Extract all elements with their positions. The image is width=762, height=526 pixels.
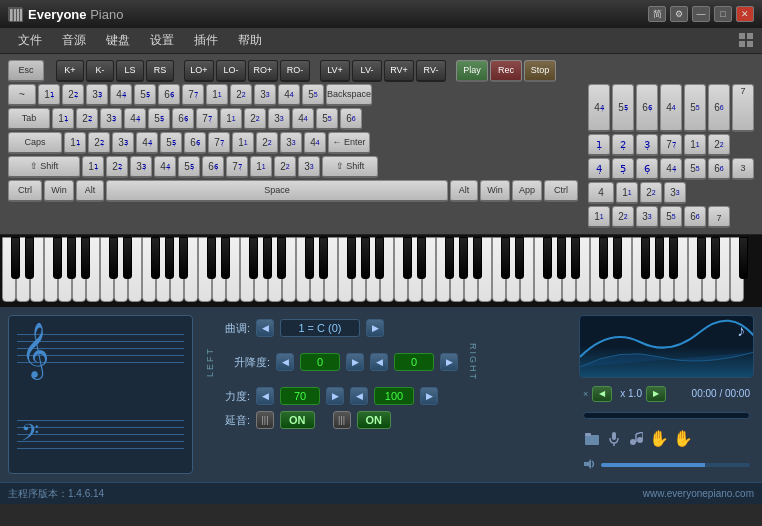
piano-black-key[interactable] xyxy=(81,237,90,279)
np-5b[interactable]: 55 xyxy=(684,84,706,132)
piano-black-key[interactable] xyxy=(109,237,118,279)
key-slash[interactable]: 33 xyxy=(298,156,320,178)
key-9[interactable]: 22 xyxy=(230,84,252,106)
menu-settings[interactable]: 设置 xyxy=(140,28,184,53)
key-f[interactable]: 44̣ xyxy=(136,132,158,154)
np-2b[interactable]: 22 xyxy=(708,134,730,156)
piano-black-key[interactable] xyxy=(347,237,356,279)
np-5c[interactable]: 5̣ xyxy=(612,158,634,180)
key-kplus[interactable]: K+ xyxy=(56,60,84,82)
np-3a[interactable]: 3̣ xyxy=(636,134,658,156)
vel-r-dec-btn[interactable]: ◀ xyxy=(350,387,368,405)
piano-black-key[interactable] xyxy=(641,237,650,279)
key-2[interactable]: 22̣ xyxy=(62,84,84,106)
sustain-l-on-btn[interactable]: ON xyxy=(280,411,315,429)
np-2c[interactable]: 22 xyxy=(640,182,662,204)
np-1c[interactable]: 11 xyxy=(616,182,638,204)
piano-black-key[interactable] xyxy=(445,237,454,279)
key-rbracket[interactable]: 55 xyxy=(316,108,338,130)
np-6c[interactable]: 6̣ xyxy=(636,158,658,180)
pitch-r-inc-btn[interactable]: ▶ xyxy=(440,353,458,371)
piano-black-key[interactable] xyxy=(599,237,608,279)
key-j[interactable]: 77̣ xyxy=(208,132,230,154)
piano-black-key[interactable] xyxy=(249,237,258,279)
piano-black-key[interactable] xyxy=(319,237,328,279)
piano-black-key[interactable] xyxy=(557,237,566,279)
key-s[interactable]: 22̣ xyxy=(88,132,110,154)
piano-black-key[interactable] xyxy=(613,237,622,279)
key-h[interactable]: 66̣ xyxy=(184,132,206,154)
key-alt-r[interactable]: Alt xyxy=(450,180,478,202)
key-k[interactable]: 11 xyxy=(232,132,254,154)
menu-keyboard[interactable]: 键盘 xyxy=(96,28,140,53)
piano-black-key[interactable] xyxy=(543,237,552,279)
piano-black-key[interactable] xyxy=(179,237,188,279)
np-7b[interactable]: 7 xyxy=(732,84,754,132)
piano-black-key[interactable] xyxy=(655,237,664,279)
key-q[interactable]: 11̣ xyxy=(52,108,74,130)
key-rshift[interactable]: ⇧ Shift xyxy=(322,156,378,178)
piano-black-key[interactable] xyxy=(501,237,510,279)
key-loplus[interactable]: LO+ xyxy=(184,60,214,82)
key-backspace[interactable]: Backspace xyxy=(326,84,372,106)
key-r[interactable]: 44̣ xyxy=(124,108,146,130)
key-u[interactable]: 77̣ xyxy=(196,108,218,130)
key-period[interactable]: 22 xyxy=(274,156,296,178)
np-4d[interactable]: 4 xyxy=(588,182,614,204)
key-ctrl-r[interactable]: Ctrl xyxy=(544,180,578,202)
key-win-r[interactable]: Win xyxy=(480,180,510,202)
piano-black-key[interactable] xyxy=(67,237,76,279)
piano-black-key[interactable] xyxy=(123,237,132,279)
key-dec-btn[interactable]: ◀ xyxy=(256,319,274,337)
piano-black-key[interactable] xyxy=(221,237,230,279)
vel-l-dec-btn[interactable]: ◀ xyxy=(256,387,274,405)
piano-black-key[interactable] xyxy=(305,237,314,279)
key-alt-l[interactable]: Alt xyxy=(76,180,104,202)
piano-black-key[interactable] xyxy=(459,237,468,279)
piano-black-key[interactable] xyxy=(697,237,706,279)
key-win-l[interactable]: Win xyxy=(44,180,74,202)
key-g[interactable]: 55̣ xyxy=(160,132,182,154)
maximize-button[interactable]: □ xyxy=(714,6,732,22)
piano-black-key[interactable] xyxy=(277,237,286,279)
key-enter[interactable]: ← Enter xyxy=(328,132,370,154)
key-backslash[interactable]: 66 xyxy=(340,108,362,130)
piano-black-key[interactable] xyxy=(417,237,426,279)
menu-help[interactable]: 帮助 xyxy=(228,28,272,53)
key-n[interactable]: 66̣ xyxy=(202,156,224,178)
piano-black-key[interactable] xyxy=(165,237,174,279)
menu-source[interactable]: 音源 xyxy=(52,28,96,53)
key-roplus[interactable]: RO+ xyxy=(248,60,278,82)
progress-bar[interactable] xyxy=(583,412,750,419)
key-y[interactable]: 66̣ xyxy=(172,108,194,130)
key-app[interactable]: App xyxy=(512,180,542,202)
piano-black-key[interactable] xyxy=(151,237,160,279)
key-tab[interactable]: Tab xyxy=(8,108,50,130)
speed-dec-btn[interactable]: ◀ xyxy=(592,386,612,402)
np-4c[interactable]: 44̣ xyxy=(660,158,682,180)
key-3[interactable]: 33̣ xyxy=(86,84,108,106)
key-stop[interactable]: Stop xyxy=(524,60,556,82)
piano-black-key[interactable] xyxy=(473,237,482,279)
left-hand-icon[interactable]: ✋ xyxy=(649,429,669,448)
minimize-button[interactable]: — xyxy=(692,6,710,22)
key-rvminus[interactable]: RV- xyxy=(416,60,446,82)
speed-inc-btn[interactable]: ▶ xyxy=(646,386,666,402)
np-6e[interactable]: 66 xyxy=(684,206,706,228)
sustain-r-toggle-btn[interactable]: ||| xyxy=(333,411,351,429)
key-tilde[interactable]: ~ xyxy=(8,84,36,106)
key-7[interactable]: 77̣ xyxy=(182,84,204,106)
key-lominus[interactable]: LO- xyxy=(216,60,246,82)
key-lbracket[interactable]: 44 xyxy=(292,108,314,130)
key-5[interactable]: 55̣ xyxy=(134,84,156,106)
lang-button[interactable]: 简 xyxy=(648,6,666,22)
piano-black-key[interactable] xyxy=(515,237,524,279)
piano-black-key[interactable] xyxy=(263,237,272,279)
key-lvminus[interactable]: LV- xyxy=(352,60,382,82)
right-hand-icon[interactable]: ✋ xyxy=(673,429,693,448)
key-play[interactable]: Play xyxy=(456,60,488,82)
key-0[interactable]: 33 xyxy=(254,84,276,106)
key-esc[interactable]: Esc xyxy=(8,60,44,82)
np-1b[interactable]: 11 xyxy=(684,134,706,156)
vel-l-inc-btn[interactable]: ▶ xyxy=(326,387,344,405)
